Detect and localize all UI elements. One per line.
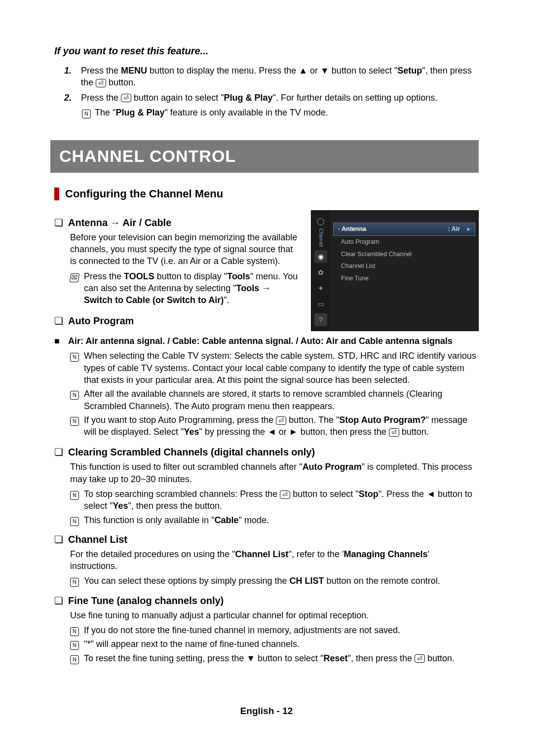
osd-row-autoprogram[interactable]: Auto Program <box>333 236 475 248</box>
osd-antenna-label: Antenna <box>342 225 448 233</box>
enter-icon: ⏎ <box>280 491 290 499</box>
arrow-right-icon[interactable]: ► <box>466 225 472 233</box>
autoprog-subhead-text: Air: Air antenna signal. / Cable: Cable … <box>68 335 479 347</box>
h2-bar-icon <box>54 188 59 200</box>
channel-list-para: For the detailed procedures on using the… <box>70 548 479 572</box>
note-icon: N <box>70 641 79 650</box>
osd-icon-picture[interactable]: ◯ <box>314 215 327 228</box>
note-body: You can select these options by simply p… <box>84 575 440 587</box>
h2-configuring: Configuring the Channel Menu <box>54 187 479 201</box>
osd-icon-support[interactable]: ? <box>314 313 327 326</box>
fine-note-2: N "*" will appear next to the name of fi… <box>70 638 479 650</box>
fine-note-1: N If you do not store the fine-tuned cha… <box>70 624 479 636</box>
note-body: When selecting the Cable TV system: Sele… <box>84 350 479 386</box>
plug-play-label: Plug & Play <box>224 93 273 103</box>
osd-row-antenna[interactable]: · Antenna : Air ► <box>333 223 475 236</box>
text: To reset the fine tuning setting, press … <box>84 653 323 663</box>
osd-icon-channel[interactable]: ◉ <box>314 250 327 263</box>
note-icon: N <box>70 655 79 664</box>
text: button to select " <box>290 489 358 499</box>
osd-icon-application[interactable]: ▭ <box>314 298 327 310</box>
osd-label: Channel List <box>341 262 472 270</box>
note-icon: N <box>70 578 79 587</box>
text: Press the <box>84 271 124 281</box>
h3-autoprog: ❏ Auto Program <box>54 314 301 328</box>
ch-list-label: CH LIST <box>290 576 324 586</box>
clear-para: This function is used to filter out scra… <box>70 461 479 485</box>
channel-list-label: Channel List <box>235 549 289 559</box>
antenna-para: Before your television can begin memoriz… <box>70 231 301 267</box>
channel-list-note: N You can select these options by simply… <box>70 575 479 587</box>
menu-label: MENU <box>121 66 147 76</box>
clear-note-2: N This function is only available in "Ca… <box>70 514 479 526</box>
square-icon: ■ <box>54 335 68 347</box>
text: If you want to stop Auto Programming, pr… <box>84 415 276 425</box>
note-icon: N <box>70 417 79 426</box>
h3-channel-list-text: Channel List <box>68 533 479 546</box>
reset-heading: If you want to reset this feature... <box>54 44 479 58</box>
note-icon: N <box>70 517 79 526</box>
osd-panel: ◯ Channel ◉ ✿ ✦ ▭ ? · Antenna : Air ► Au… <box>311 210 479 331</box>
cable-label: Cable <box>215 515 239 525</box>
switch-air-label: or Switch to Air) <box>155 295 224 305</box>
step-2-num: 2. <box>64 92 81 104</box>
tools-icon: ⌧ <box>70 273 80 282</box>
h3-channel-list: ❏ Channel List <box>54 533 479 546</box>
osd-icon-setup[interactable]: ✿ <box>314 266 327 279</box>
checkbox-icon: ❏ <box>54 216 68 229</box>
text: button. <box>106 77 136 87</box>
text: ", then press the <box>348 653 415 663</box>
fine-note-3: N To reset the fine tuning setting, pres… <box>70 652 479 664</box>
note-body: This function is only available in "Cabl… <box>84 514 269 526</box>
plug-play-label: Plug & Play <box>115 108 164 117</box>
autoprog-subhead: ■ Air: Air antenna signal. / Cable: Cabl… <box>54 335 479 347</box>
h3-antenna-text: Antenna → Air / Cable <box>68 216 301 229</box>
autoprog-note-3: N If you want to stop Auto Programming, … <box>70 414 479 438</box>
text: Press the <box>81 93 121 103</box>
note-body: After all the available channels are sto… <box>84 388 479 412</box>
step-1-body: Press the MENU button to display the men… <box>81 65 479 89</box>
text: ", then press the button. <box>128 501 222 511</box>
note-icon: N <box>70 353 79 362</box>
page: If you want to reset this feature... 1. … <box>0 0 533 664</box>
autoprog-note-2: N After all the available channels are s… <box>70 388 479 412</box>
enter-icon: ⏎ <box>96 79 106 87</box>
note-body: Press the TOOLS button to display "Tools… <box>84 270 301 306</box>
text: button on the remote control. <box>324 576 440 586</box>
osd-label: Auto Program <box>341 238 472 246</box>
antenna-tools-note: ⌧ Press the TOOLS button to display "Too… <box>70 270 301 306</box>
osd-label: Fine Tune <box>341 274 472 283</box>
antenna-block: ❏ Antenna → Air / Cable Before your tele… <box>54 210 479 331</box>
osd-row-finetune[interactable]: Fine Tune <box>333 272 475 285</box>
h3-fine-tune-text: Fine Tune (analog channels only) <box>68 594 479 607</box>
osd-main: · Antenna : Air ► Auto Program Clear Scr… <box>330 211 478 331</box>
setup-label: Setup <box>397 66 422 76</box>
text: You can select these options by simply p… <box>84 576 290 586</box>
text: ". For further details on setting up opt… <box>273 93 438 103</box>
text: The " <box>95 108 115 117</box>
osd-antenna-value: : Air <box>448 225 460 233</box>
text: button to display " <box>154 271 227 281</box>
h3-autoprog-text: Auto Program <box>68 314 301 328</box>
text: button again to select " <box>131 93 224 103</box>
osd-row-clear[interactable]: Clear Scrambled Channel <box>333 248 475 261</box>
h3-clear: ❏ Clearing Scrambled Channels (digital c… <box>54 446 479 459</box>
enter-icon: ⏎ <box>415 654 425 663</box>
osd-row-channellist[interactable]: Channel List <box>333 260 475 272</box>
step-1-num: 1. <box>64 65 81 89</box>
note-icon: N <box>70 491 79 500</box>
text: button. The " <box>286 415 339 425</box>
tools-label: Tools <box>227 271 250 281</box>
note-body: To reset the fine tuning setting, press … <box>84 652 455 664</box>
osd-icon-input[interactable]: ✦ <box>314 282 327 295</box>
checkbox-icon: ❏ <box>54 314 68 328</box>
text: For the detailed procedures on using the… <box>70 549 235 559</box>
checkbox-icon: ❏ <box>54 446 68 459</box>
managing-channels-label: Managing Channels <box>344 549 428 559</box>
page-footer: English - 12 <box>0 705 533 718</box>
h3-antenna: ❏ Antenna → Air / Cable <box>54 216 301 229</box>
text: Press the <box>81 66 121 76</box>
note-body: If you want to stop Auto Programming, pr… <box>84 414 479 438</box>
reset-label: Reset <box>323 653 347 663</box>
note-body: If you do not store the fine-tuned chann… <box>84 624 400 636</box>
